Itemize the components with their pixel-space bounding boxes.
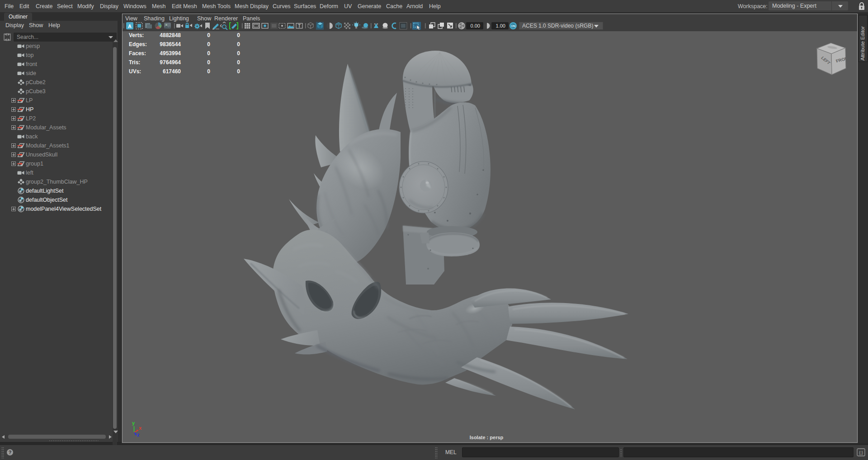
svg-text:{;}: {;} xyxy=(859,451,863,455)
svg-text:1.00: 1.00 xyxy=(496,23,505,28)
svg-text:x: x xyxy=(139,425,142,431)
svg-text:A: A xyxy=(128,24,132,29)
svg-text:z: z xyxy=(137,432,140,436)
svg-text:ON: ON xyxy=(511,24,515,28)
svg-text:T: T xyxy=(298,24,301,28)
svg-text:y: y xyxy=(132,420,135,426)
svg-text:ACES 1.0 SDR-video (sRGB): ACES 1.0 SDR-video (sRGB) xyxy=(522,23,593,29)
svg-text:0.00: 0.00 xyxy=(471,23,480,28)
